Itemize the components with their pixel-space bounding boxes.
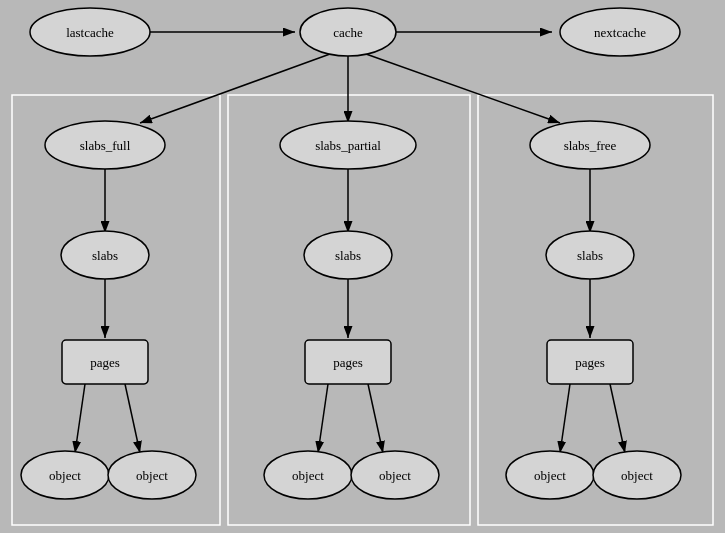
diagram: lastcache cache nextcache slabs_full sla…	[0, 0, 725, 533]
node-obj-3a-label: object	[534, 468, 566, 483]
node-pages-1-label: pages	[90, 355, 120, 370]
node-pages-3-label: pages	[575, 355, 605, 370]
node-slabs-3-label: slabs	[577, 248, 603, 263]
node-obj-3b-label: object	[621, 468, 653, 483]
node-slabs-2-label: slabs	[335, 248, 361, 263]
node-slabs-partial-label: slabs_partial	[315, 138, 381, 153]
node-lastcache-label: lastcache	[66, 25, 114, 40]
node-pages-2-label: pages	[333, 355, 363, 370]
node-obj-1a-label: object	[49, 468, 81, 483]
node-slabs-full-label: slabs_full	[80, 138, 131, 153]
node-obj-2a-label: object	[292, 468, 324, 483]
node-slabs-1-label: slabs	[92, 248, 118, 263]
node-obj-2b-label: object	[379, 468, 411, 483]
node-cache-label: cache	[333, 25, 363, 40]
node-nextcache-label: nextcache	[594, 25, 646, 40]
node-obj-1b-label: object	[136, 468, 168, 483]
node-slabs-free-label: slabs_free	[564, 138, 617, 153]
